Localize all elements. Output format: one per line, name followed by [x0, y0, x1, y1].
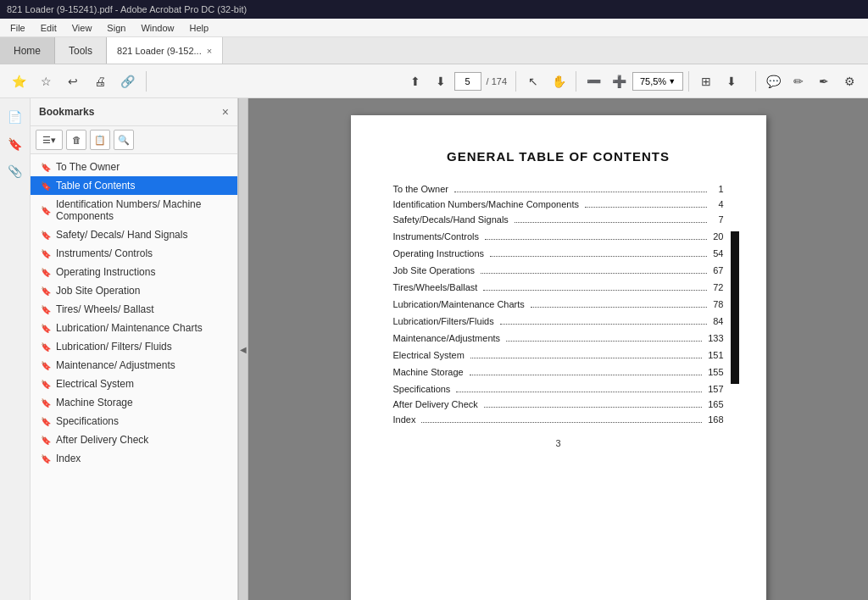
pdf-viewer[interactable]: GENERAL TABLE OF CONTENTS To the Owner1I… [248, 98, 868, 600]
bookmark-item-8[interactable]: 🔖Lubrication/ Maintenance Charts [31, 319, 237, 337]
tab-tools[interactable]: Tools [55, 37, 107, 64]
bookmark-item-1[interactable]: 🔖Table of Contents [31, 176, 237, 195]
page-number-input[interactable] [454, 72, 481, 91]
sidebar-options-btn[interactable]: ☰▾ [36, 130, 63, 150]
bookmark-label-12: Machine Storage [56, 397, 133, 408]
toc-bar-9 [731, 333, 739, 350]
bookmark-item-12[interactable]: 🔖Machine Storage [31, 393, 237, 412]
toc-label-13: After Delivery Check [393, 399, 481, 409]
bookmark-item-0[interactable]: 🔖To The Owner [31, 158, 237, 176]
bookmark-icon-8: 🔖 [41, 324, 51, 333]
zoom-level[interactable]: 75,5% ▼ [632, 72, 683, 91]
toc-label-14: Index [393, 414, 419, 425]
menu-edit[interactable]: Edit [34, 21, 64, 35]
comment-btn[interactable]: 💬 [761, 69, 785, 93]
bookmark-label-14: After Delivery Check [56, 434, 148, 446]
left-panel: 📄 🔖 📎 [0, 98, 31, 600]
menu-view[interactable]: View [65, 21, 99, 35]
print-btn[interactable]: 🖨 [88, 69, 112, 93]
download-btn[interactable]: ⬇ [720, 69, 743, 93]
bookmark-list: 🔖To The Owner🔖Table of Contents🔖Identifi… [31, 154, 237, 600]
menu-file[interactable]: File [3, 21, 32, 35]
toc-label-4: Operating Instructions [393, 248, 487, 258]
tab-document[interactable]: 821 Loader (9-152... × [107, 37, 223, 64]
cursor-tool-btn[interactable]: ↖ [521, 69, 545, 93]
toc-dots-14 [421, 422, 702, 423]
toc-dots-12 [456, 392, 702, 392]
toc-row-4: Operating Instructions54 [393, 248, 724, 258]
bookmark-item-2[interactable]: 🔖Identification Numbers/ Machine Compone… [31, 195, 237, 225]
sidebar-add-btn[interactable]: 📋 [90, 130, 110, 150]
menu-help[interactable]: Help [183, 21, 216, 35]
toc-dots-5 [481, 273, 706, 274]
hand-tool-btn[interactable]: ✋ [547, 69, 570, 93]
bookmark-item-6[interactable]: 🔖Job Site Operation [31, 281, 237, 300]
toc-row-0: To the Owner1 [393, 184, 724, 194]
bookmark-item-9[interactable]: 🔖Lubrication/ Filters/ Fluids [31, 337, 237, 356]
star-btn[interactable]: ☆ [34, 69, 58, 93]
pdf-page: GENERAL TABLE OF CONTENTS To the Owner1I… [351, 115, 766, 600]
bookmark-icon-5: 🔖 [41, 268, 51, 277]
left-panel-attach-btn[interactable]: 📎 [3, 159, 27, 183]
toc-row-8: Lubrication/Filters/Fluids84 [393, 316, 724, 326]
draw-btn[interactable]: ✏ [787, 69, 810, 93]
bookmark-label-5: Operating Instructions [56, 266, 155, 278]
bookmark-label-10: Maintenance/ Adjustments [56, 359, 175, 371]
bookmark-item-13[interactable]: 🔖Specifications [31, 412, 237, 431]
zoom-out-btn[interactable]: ➖ [581, 69, 605, 93]
title-bar-text: 821 Loader (9-15241).pdf - Adobe Acrobat… [7, 4, 247, 14]
bookmark-item-14[interactable]: 🔖After Delivery Check [31, 431, 237, 449]
sidebar-title: Bookmarks [39, 106, 94, 118]
scroll-down-btn[interactable]: ⬇ [429, 69, 453, 93]
left-panel-bookmarks-btn[interactable]: 🔖 [3, 132, 27, 156]
bookmark-icon-15: 🔖 [41, 454, 51, 464]
zoom-link-btn[interactable]: 🔗 [115, 69, 139, 93]
bookmark-item-11[interactable]: 🔖Electrical System [31, 375, 237, 393]
bookmark-item-4[interactable]: 🔖Instruments/ Controls [31, 244, 237, 263]
sidebar-collapse-handle[interactable]: ◀ [238, 98, 248, 600]
main-toolbar: ⭐ ☆ ↩ 🖨 🔗 ⬆ ⬇ / 174 ↖ ✋ ➖ ➕ 75,5% ▼ ⊞ ⬇ … [0, 64, 868, 98]
toc-row-5: Job Site Operations67 [393, 265, 724, 275]
toc-page-4: 54 [710, 248, 724, 258]
bookmark-icon-13: 🔖 [41, 417, 51, 426]
bookmark-icon-10: 🔖 [41, 361, 51, 370]
toc-label-3: Instruments/Controls [393, 231, 481, 242]
zoom-in-btn[interactable]: ➕ [607, 69, 631, 93]
bookmark-icon-6: 🔖 [41, 286, 51, 296]
back-btn[interactable]: ↩ [61, 69, 85, 93]
bookmark-label-6: Job Site Operation [56, 285, 140, 297]
tab-doc-label: 821 Loader (9-152... [117, 46, 202, 56]
bookmark-btn[interactable]: ⭐ [7, 69, 31, 93]
tab-close-button[interactable]: × [207, 46, 212, 56]
main-area: 📄 🔖 📎 Bookmarks × ☰▾ 🗑 📋 🔍 🔖To The Owner… [0, 98, 868, 600]
toc-page-8: 84 [710, 316, 724, 326]
bookmark-label-11: Electrical System [56, 378, 134, 390]
sidebar-close-button[interactable]: × [222, 105, 229, 119]
sign-btn[interactable]: ✒ [812, 69, 836, 93]
menu-window[interactable]: Window [134, 21, 181, 35]
bookmark-item-7[interactable]: 🔖Tires/ Wheels/ Ballast [31, 300, 237, 319]
toc-bar-10 [731, 350, 739, 367]
left-panel-pages-btn[interactable]: 📄 [3, 105, 27, 129]
toc-dots-4 [490, 256, 706, 257]
bookmark-icon-14: 🔖 [41, 436, 51, 445]
menu-sign[interactable]: Sign [100, 21, 132, 35]
scroll-up-btn[interactable]: ⬆ [403, 69, 427, 93]
sidebar-find-btn[interactable]: 🔍 [114, 130, 134, 150]
tab-home[interactable]: Home [0, 37, 55, 64]
bookmark-label-4: Instruments/ Controls [56, 247, 153, 259]
bookmark-item-3[interactable]: 🔖Safety/ Decals/ Hand Signals [31, 225, 237, 244]
bookmark-item-10[interactable]: 🔖Maintenance/ Adjustments [31, 356, 237, 375]
bookmark-label-9: Lubrication/ Filters/ Fluids [56, 341, 172, 353]
bookmark-item-15[interactable]: 🔖Index [31, 449, 237, 468]
toc-label-12: Specifications [393, 384, 453, 394]
tools-btn[interactable]: ⚙ [837, 69, 861, 93]
sidebar-delete-btn[interactable]: 🗑 [66, 130, 86, 150]
toc-bar-5 [731, 265, 739, 282]
toc-dots-2 [515, 222, 707, 223]
bookmarks-panel: Bookmarks × ☰▾ 🗑 📋 🔍 🔖To The Owner🔖Table… [31, 98, 238, 600]
page-view-btn[interactable]: ⊞ [694, 69, 718, 93]
toc-page-13: 165 [705, 399, 723, 409]
bookmark-item-5[interactable]: 🔖Operating Instructions [31, 263, 237, 281]
bookmark-label-1: Table of Contents [56, 180, 135, 192]
